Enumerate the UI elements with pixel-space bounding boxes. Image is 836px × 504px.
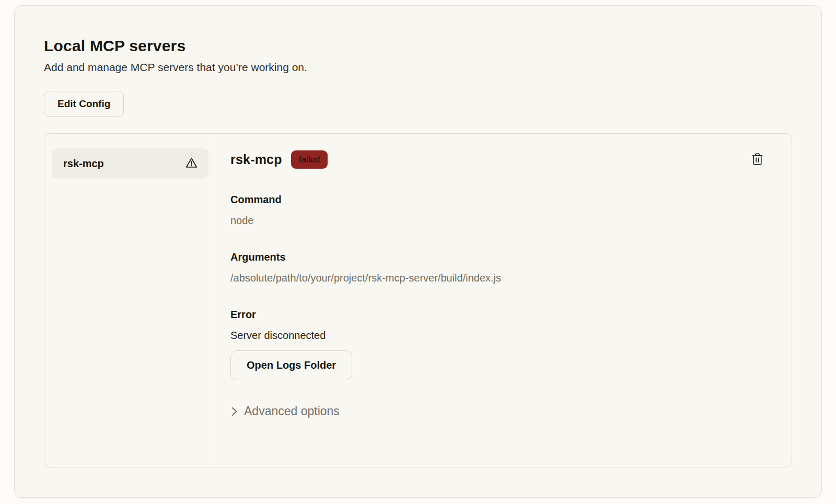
error-value: Server disconnected [230,330,764,342]
server-detail-pane: rsk-mcp failed Command node [216,134,792,467]
delete-server-button[interactable] [751,151,764,168]
server-list-sidebar: rsk-mcp [44,134,216,467]
arguments-value: /absolute/path/to/your/project/rsk-mcp-s… [230,272,764,284]
server-list-item-rsk-mcp[interactable]: rsk-mcp [52,148,208,179]
arguments-label: Arguments [230,251,764,263]
edit-config-button[interactable]: Edit Config [44,91,124,117]
server-name-heading: rsk-mcp [230,152,282,167]
server-item-name: rsk-mcp [63,158,104,170]
server-detail-header: rsk-mcp failed [230,150,764,169]
page-title: Local MCP servers [44,37,792,55]
trash-icon [752,153,763,167]
command-label: Command [230,194,764,206]
status-badge: failed [291,150,328,169]
settings-card: Local MCP servers Add and manage MCP ser… [14,5,822,498]
error-label: Error [230,309,764,321]
page-subtitle: Add and manage MCP servers that you’re w… [44,61,792,74]
command-value: node [230,215,764,227]
server-panel: rsk-mcp rsk-mcp failed [44,133,792,467]
warning-triangle-icon [185,157,198,170]
open-logs-folder-button[interactable]: Open Logs Folder [230,350,352,380]
advanced-options-label: Advanced options [244,404,340,418]
advanced-options-toggle[interactable]: Advanced options [230,404,340,418]
chevron-right-icon [230,406,238,417]
